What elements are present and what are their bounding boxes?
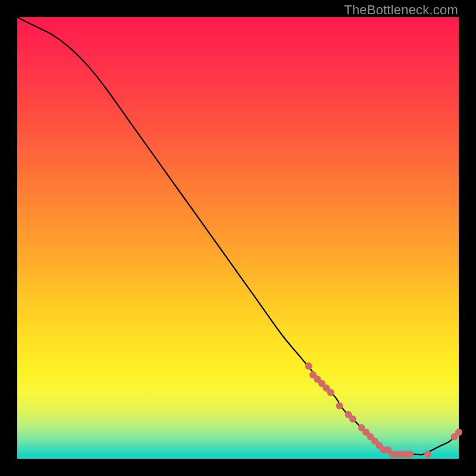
data-marker [305, 362, 312, 369]
data-marker [349, 415, 356, 422]
data-marker [336, 402, 343, 409]
data-marker [455, 428, 462, 436]
watermark-text: TheBottleneck.com [344, 2, 458, 18]
data-marker [406, 451, 414, 458]
chart-canvas: TheBottleneck.com [0, 0, 476, 476]
data-marker [327, 389, 334, 396]
marker-group [305, 362, 462, 458]
bottleneck-curve [17, 17, 459, 455]
plot-svg-overlay [17, 17, 459, 459]
data-marker [424, 451, 431, 458]
